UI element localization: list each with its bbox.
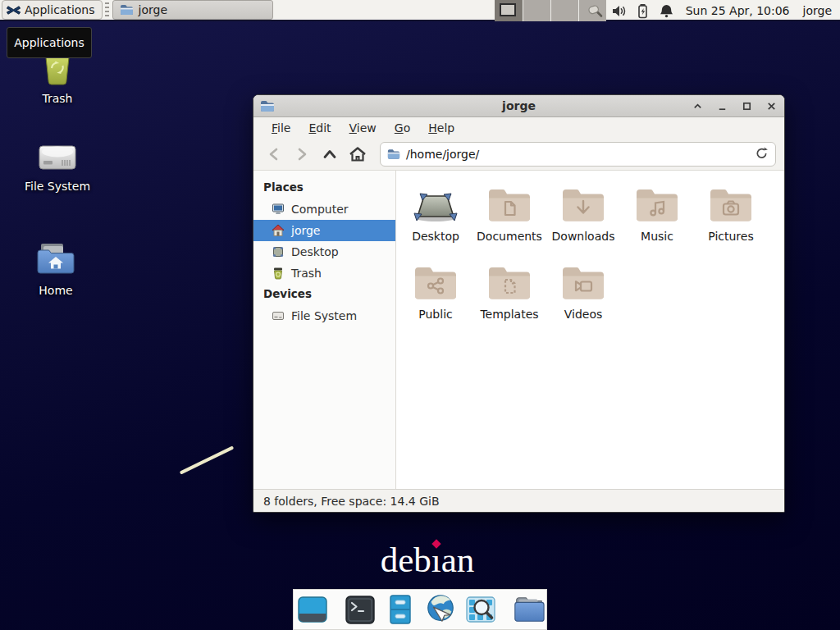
cursor-line-artifact: [180, 445, 234, 474]
folder-item-documents[interactable]: Documents: [472, 179, 546, 257]
folder-item-label: Music: [641, 230, 673, 243]
folder-item-label: Desktop: [412, 230, 459, 243]
applications-menu-label: Applications: [25, 3, 95, 16]
close-button[interactable]: [765, 99, 778, 112]
shade-button[interactable]: [691, 99, 704, 112]
sidebar-item-label: Trash: [291, 267, 322, 280]
terminal-button[interactable]: [344, 592, 377, 627]
hard-drive-icon: [272, 309, 285, 322]
document-folder-icon: [486, 186, 532, 225]
window-titlebar[interactable]: jorge: [253, 95, 784, 117]
top-panel: Applications jorge: [0, 0, 840, 21]
tasklist-handle[interactable]: [105, 2, 109, 17]
menu-view[interactable]: View: [341, 119, 385, 137]
sidebar-item-desktop[interactable]: Desktop: [253, 241, 395, 262]
file-cabinet-button[interactable]: [384, 592, 417, 627]
workspace-3[interactable]: [550, 0, 578, 21]
status-bar: 8 folders, Free space: 14.4 GiB: [253, 489, 784, 512]
sidebar-item-computer[interactable]: Computer: [253, 199, 395, 220]
workspace-2[interactable]: [523, 0, 550, 21]
file-cabinet-icon: [384, 593, 417, 626]
system-tray: Sun 25 Apr, 10:06 jorge: [587, 0, 833, 21]
show-desktop-button[interactable]: [296, 592, 329, 627]
folder-item-label: Documents: [477, 230, 542, 243]
toolbar: /home/jorge/: [253, 139, 784, 171]
path-bar[interactable]: /home/jorge/: [380, 142, 776, 167]
panel-clock[interactable]: Sun 25 Apr, 10:06: [682, 4, 793, 17]
computer-icon: [272, 203, 285, 216]
sidebar-item-file-system[interactable]: File System: [253, 305, 395, 326]
folder-item-label: Templates: [480, 308, 538, 321]
folder-item-pictures[interactable]: Pictures: [694, 179, 768, 257]
menu-go[interactable]: Go: [386, 119, 418, 137]
sidebar-item-label: Desktop: [291, 245, 339, 258]
app-finder-button[interactable]: [464, 592, 497, 627]
logo-text-pre: deb: [381, 541, 431, 579]
back-button[interactable]: [262, 143, 286, 166]
volume-icon[interactable]: [611, 3, 627, 19]
devices-header: Devices: [253, 284, 395, 305]
template-folder-icon: [486, 264, 532, 303]
file-manager-button[interactable]: [512, 592, 545, 627]
sidebar-item-jorge[interactable]: jorge: [253, 220, 395, 241]
folder-item-downloads[interactable]: Downloads: [546, 179, 620, 257]
terminal-icon: [344, 593, 377, 626]
battery-icon[interactable]: [635, 3, 651, 19]
menu-bar: File Edit View Go Help: [253, 117, 784, 139]
path-folder-icon: [387, 148, 400, 160]
reload-button[interactable]: [755, 146, 769, 162]
music-folder-icon: [634, 186, 680, 225]
icon-view[interactable]: Desktop Documents: [396, 171, 784, 489]
minimize-button[interactable]: [715, 99, 728, 112]
desktop-icon: [272, 245, 285, 258]
mouse-icon[interactable]: [587, 3, 603, 19]
desktop-icon-home[interactable]: Home: [16, 242, 95, 297]
download-folder-icon: [560, 186, 606, 225]
camera-folder-icon: [708, 186, 754, 225]
menu-file[interactable]: File: [263, 119, 299, 137]
up-button[interactable]: [317, 143, 342, 166]
status-text: 8 folders, Free space: 14.4 GiB: [263, 495, 440, 508]
folder-item-label: Public: [418, 308, 452, 321]
places-sidebar: Places Computer jorge: [253, 171, 396, 489]
maximize-button[interactable]: [740, 99, 753, 112]
sidebar-item-trash[interactable]: Trash: [253, 262, 395, 284]
video-folder-icon: [560, 264, 606, 303]
forward-button[interactable]: [290, 143, 314, 166]
taskbar-window-button[interactable]: jorge: [112, 0, 273, 20]
home-button[interactable]: [345, 143, 370, 166]
tooltip-text: Applications: [14, 36, 84, 49]
trash-icon: [272, 267, 285, 280]
web-browser-button[interactable]: [424, 592, 457, 627]
xfce-logo-icon: [7, 3, 21, 17]
sidebar-item-label: File System: [291, 309, 357, 322]
bell-icon[interactable]: [659, 3, 674, 19]
app-finder-icon: [464, 593, 497, 626]
hard-drive-icon: [37, 141, 78, 174]
taskbar-window-label: jorge: [139, 3, 167, 16]
file-manager-folder-icon: [512, 593, 545, 626]
home-folder-icon: [34, 242, 77, 278]
applications-menu-button[interactable]: Applications: [2, 0, 103, 20]
applications-tooltip: Applications: [7, 27, 92, 58]
folder-item-videos[interactable]: Videos: [546, 257, 620, 335]
menu-edit[interactable]: Edit: [300, 119, 339, 137]
sidebar-item-label: jorge: [291, 224, 320, 237]
debian-logo: debıan: [362, 540, 493, 580]
workspace-1[interactable]: [495, 0, 523, 21]
folder-item-desktop[interactable]: Desktop: [399, 179, 472, 257]
desktop-icon-file-system[interactable]: File System: [18, 141, 97, 193]
desktop-icon-label: File System: [18, 180, 97, 193]
path-value: /home/jorge/: [406, 148, 479, 161]
dock-panel: [293, 589, 547, 630]
desktop-icon-label: Home: [16, 284, 95, 297]
folder-item-music[interactable]: Music: [620, 179, 694, 257]
desktop-icon-label: Trash: [18, 92, 97, 105]
desktop-root: Applications jorge: [0, 0, 840, 630]
folder-item-templates[interactable]: Templates: [472, 257, 546, 335]
folder-item-public[interactable]: Public: [399, 257, 472, 335]
panel-user-label[interactable]: jorge: [801, 4, 833, 17]
home-icon: [272, 224, 285, 237]
logo-text-post: an: [441, 541, 475, 579]
menu-help[interactable]: Help: [420, 119, 463, 137]
